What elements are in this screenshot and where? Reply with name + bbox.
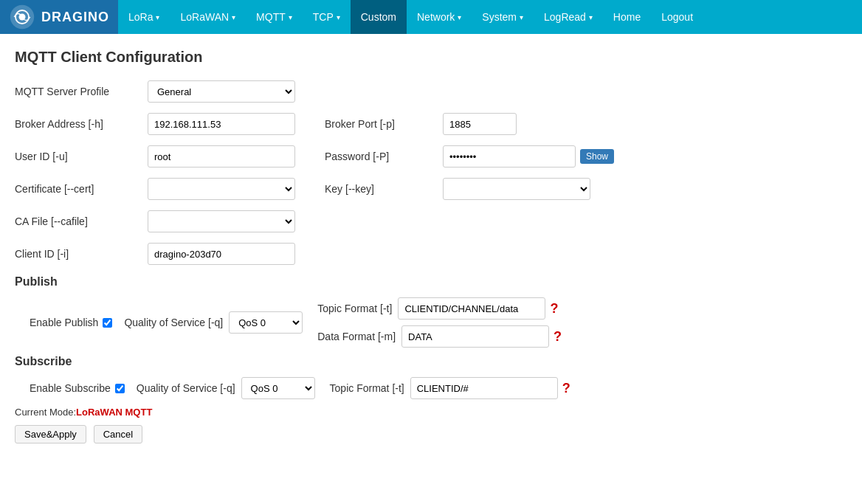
user-id-label: User ID [-u] [15,151,148,162]
clientid-row: Client ID [-i] [15,243,847,265]
nav-item-mqtt[interactable]: MQTT ▾ [246,0,303,34]
certificate-select[interactable] [148,178,295,200]
nav-item-custom[interactable]: Custom [351,0,407,34]
publish-dataformat-input[interactable] [401,325,549,348]
brand-logo [9,4,35,30]
subscribe-section-header: Subscribe [15,355,847,368]
cafile-select[interactable] [148,210,295,232]
nav-item-logread[interactable]: LogRead ▾ [534,0,603,34]
clientid-label: Client ID [-i] [15,248,148,260]
subscribe-qos-label: Quality of Service [-q] [137,382,235,394]
broker-port-label: Broker Port [-p] [325,118,443,130]
cafile-row: CA File [--cafile] [15,210,847,232]
user-row: User ID [-u] Password [-P] Show [15,145,847,168]
publish-qos-label: Quality of Service [-q] [124,317,223,328]
publish-topic-input[interactable] [398,297,545,320]
nav-item-lorawan[interactable]: LoRaWAN ▾ [170,0,246,34]
subscribe-topic-label: Topic Format [-t] [330,382,404,394]
publish-section-header: Publish [15,275,847,289]
subscribe-topic-row: Topic Format [-t] ? [330,377,570,399]
publish-dataformat-label: Data Format [-m] [317,331,396,342]
enable-publish-checkbox[interactable] [103,318,112,328]
footer-buttons: Save&Apply Cancel [15,425,847,443]
broker-port-input[interactable] [443,113,517,135]
key-group: Key [--key] [325,178,590,200]
chevron-down-icon: ▾ [156,13,159,21]
publish-dataformat-help-icon[interactable]: ? [554,329,562,345]
user-id-input[interactable] [148,145,295,168]
chevron-down-icon: ▾ [232,13,235,21]
publish-qos-select[interactable]: QoS 0 QoS 1 QoS 2 [229,311,303,334]
publish-row: Enable Publish Quality of Service [-q] Q… [30,297,847,348]
password-label: Password [-P] [325,151,443,162]
server-profile-select[interactable]: General [148,80,295,103]
certificate-label: Certificate [--cert] [15,183,148,195]
publish-topic-label: Topic Format [-t] [317,303,392,314]
page-title: MQTT Client Configuration [15,49,847,66]
server-profile-label: MQTT Server Profile [15,86,148,97]
enable-subscribe-checkbox[interactable] [115,384,125,393]
publish-topic-row: Topic Format [-t] ? [317,297,562,320]
publish-dataformat-row: Data Format [-m] ? [317,325,562,348]
server-profile-row: MQTT Server Profile General [15,80,847,103]
chevron-down-icon: ▾ [520,13,523,21]
chevron-down-icon: ▾ [289,13,292,21]
subscribe-row: Enable Subscribe Quality of Service [-q]… [30,377,847,399]
cafile-label: CA File [--cafile] [15,215,148,227]
publish-topic-help-icon[interactable]: ? [550,301,558,317]
broker-address-input[interactable] [148,113,295,135]
nav-menu: LoRa ▾ LoRaWAN ▾ MQTT ▾ TCP ▾ Custom Net… [118,0,703,34]
enable-subscribe-label: Enable Subscribe [30,382,111,394]
nav-item-home[interactable]: Home [603,0,651,34]
broker-address-label: Broker Address [-h] [15,118,148,130]
navbar: DRAGINO LoRa ▾ LoRaWAN ▾ MQTT ▾ TCP ▾ Cu… [0,0,862,34]
nav-item-logout[interactable]: Logout [651,0,703,34]
brand-name: DRAGINO [41,10,109,25]
save-apply-button[interactable]: Save&Apply [15,425,86,443]
nav-item-lora[interactable]: LoRa ▾ [118,0,170,34]
nav-item-system[interactable]: System ▾ [472,0,534,34]
current-mode-value: LoRaWAN MQTT [76,407,152,418]
cert-row: Certificate [--cert] Key [--key] [15,178,847,200]
chevron-down-icon: ▾ [337,13,340,21]
brand[interactable]: DRAGINO [0,0,118,34]
show-password-button[interactable]: Show [580,149,614,164]
subscribe-qos-select[interactable]: QoS 0 QoS 1 QoS 2 [241,377,315,399]
nav-item-tcp[interactable]: TCP ▾ [303,0,351,34]
current-mode: Current Mode:LoRaWAN MQTT [15,407,847,418]
chevron-down-icon: ▾ [589,13,593,21]
publish-details: Topic Format [-t] ? Data Format [-m] ? [317,297,562,348]
subscribe-topic-input[interactable] [410,377,558,399]
broker-row: Broker Address [-h] Broker Port [-p] [15,113,847,135]
nav-item-network[interactable]: Network ▾ [407,0,472,34]
key-select[interactable] [443,178,590,200]
cancel-button[interactable]: Cancel [94,425,142,443]
enable-publish-label: Enable Publish [30,317,98,328]
subscribe-details: Topic Format [-t] ? [330,377,570,399]
subscribe-topic-help-icon[interactable]: ? [562,381,570,396]
chevron-down-icon: ▾ [458,13,461,21]
key-label: Key [--key] [325,183,443,195]
main-content: MQTT Client Configuration MQTT Server Pr… [0,34,862,458]
broker-port-group: Broker Port [-p] [325,113,517,135]
password-group: Password [-P] Show [325,145,614,168]
password-input[interactable] [443,145,576,168]
clientid-input[interactable] [148,243,295,265]
